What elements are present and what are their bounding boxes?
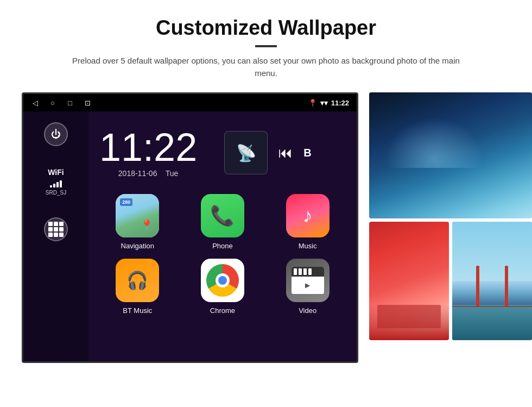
video-app-icon: ▶ xyxy=(286,259,330,302)
skip-prev-icon[interactable]: ⏮ xyxy=(278,145,293,161)
grid-dot xyxy=(48,233,53,237)
wifi-bar-2 xyxy=(53,184,55,187)
app-item-phone[interactable]: 📞 Phone xyxy=(185,194,261,250)
sky-bg xyxy=(452,222,532,281)
wifi-ssid: SRD_SJ xyxy=(46,190,66,196)
app-item-music[interactable]: ♪ Music xyxy=(269,194,346,250)
status-bar-right: 📍 ▾▾ 11:22 xyxy=(308,99,349,107)
preview-bottom-row xyxy=(369,222,532,340)
clock-date: 2018-11-06 Tue xyxy=(99,169,197,178)
grid-icon xyxy=(48,222,64,237)
content-area: ◁ ○ □ ⊡ 📍 ▾▾ 11:22 ⏻ xyxy=(22,92,510,363)
wifi-label: WiFi xyxy=(46,168,66,177)
clap-stripe xyxy=(308,268,312,275)
chrome-icon xyxy=(206,264,239,297)
grid-dot xyxy=(48,222,53,226)
clock-time: 11:22 xyxy=(99,128,197,167)
video-film-icon: ▶ xyxy=(305,281,310,289)
wallpaper-previews xyxy=(369,92,532,340)
btmusic-app-icon: 🎧 xyxy=(116,259,159,302)
wallpaper-preview-red[interactable] xyxy=(369,222,449,340)
page-wrapper: Customized Wallpaper Preload over 5 defa… xyxy=(0,0,532,374)
main-area: 11:22 2018-11-06 Tue 📡 ⏮ xyxy=(88,111,357,361)
bridge-wallpaper-bg xyxy=(452,222,532,340)
media-icon-box: 📡 xyxy=(224,131,268,174)
android-screen: ◁ ○ □ ⊡ 📍 ▾▾ 11:22 ⏻ xyxy=(22,92,358,363)
app-item-chrome[interactable]: Chrome xyxy=(185,259,261,315)
status-time: 11:22 xyxy=(331,99,349,107)
grid-dot xyxy=(59,222,64,226)
grid-dot xyxy=(59,227,64,231)
title-divider xyxy=(255,45,277,47)
back-icon[interactable]: ◁ xyxy=(31,98,40,107)
page-subtitle: Preload over 5 default wallpaper options… xyxy=(62,55,470,79)
media-controls: 📡 ⏮ B xyxy=(224,131,311,174)
nav-map-bg: 280 📍 xyxy=(116,194,159,237)
wallpaper-preview-ice[interactable] xyxy=(369,92,532,218)
grid-dot xyxy=(54,227,58,231)
clock-block: 11:22 2018-11-06 Tue xyxy=(99,128,197,178)
phone-label: Phone xyxy=(212,242,233,250)
wifi-widget[interactable]: WiFi SRD_SJ xyxy=(46,168,66,196)
apps-button[interactable] xyxy=(44,217,68,241)
app-item-video[interactable]: ▶ Video xyxy=(269,259,346,315)
music-icon: ♪ xyxy=(303,204,313,227)
wifi-signal-icon: ▾▾ xyxy=(320,99,328,107)
video-clap-bottom: ▶ xyxy=(292,277,324,294)
ice-glow xyxy=(385,117,483,168)
recents-icon[interactable]: □ xyxy=(66,98,74,107)
phone-icon: 📞 xyxy=(210,204,235,227)
navigation-label: Navigation xyxy=(121,242,154,250)
screenshot-icon[interactable]: ⊡ xyxy=(83,98,92,107)
clock-day-value: Tue xyxy=(166,169,179,178)
bluetooth-icon: B xyxy=(303,147,311,159)
navigation-app-icon: 280 📍 xyxy=(116,194,159,237)
wifi-cast-icon: 📡 xyxy=(236,143,256,162)
music-label: Music xyxy=(299,242,317,250)
app-item-navigation[interactable]: 280 📍 Navigation xyxy=(99,194,176,250)
wifi-bar-1 xyxy=(50,185,52,187)
grid-dot xyxy=(54,233,58,237)
status-bar-left: ◁ ○ □ ⊡ xyxy=(31,98,92,107)
bridge-tower-left xyxy=(476,266,479,307)
app-grid: 280 📍 Navigation 📞 Phone xyxy=(88,189,357,325)
grid-dot xyxy=(54,222,58,226)
power-icon: ⏻ xyxy=(51,129,61,140)
nav-pin-icon: 📍 xyxy=(140,219,154,232)
clap-stripe xyxy=(303,268,307,275)
screen-content: ⏻ WiFi SRD_SJ xyxy=(23,111,357,361)
nav-badge: 280 xyxy=(120,198,132,206)
wifi-bar-3 xyxy=(56,182,59,187)
clap-stripe xyxy=(294,268,297,275)
video-label: Video xyxy=(299,306,316,315)
water-bg xyxy=(452,305,532,340)
btmusic-label: BT Music xyxy=(123,306,152,315)
home-icon[interactable]: ○ xyxy=(48,98,57,107)
building-silhouette xyxy=(377,305,441,329)
bluetooth-music-icon: 🎧 xyxy=(126,270,148,291)
ice-wallpaper-bg xyxy=(369,92,532,218)
clap-stripe xyxy=(299,268,302,275)
chrome-label: Chrome xyxy=(210,306,235,315)
power-button[interactable]: ⏻ xyxy=(44,122,68,146)
page-title: Customized Wallpaper xyxy=(22,16,510,40)
phone-app-icon: 📞 xyxy=(201,194,244,237)
video-clap-top xyxy=(292,267,324,277)
wallpaper-preview-bridge[interactable] xyxy=(452,222,532,340)
clock-date-value: 2018-11-06 xyxy=(118,169,157,178)
bridge-tower-right xyxy=(505,266,508,307)
app-item-btmusic[interactable]: 🎧 BT Music xyxy=(99,259,176,315)
clock-date-row: 11:22 2018-11-06 Tue 📡 ⏮ xyxy=(88,111,357,189)
red-wallpaper-bg xyxy=(369,222,449,340)
location-icon: 📍 xyxy=(308,99,317,107)
sidebar: ⏻ WiFi SRD_SJ xyxy=(23,111,88,361)
grid-dot xyxy=(59,233,64,237)
wifi-bars xyxy=(46,179,66,187)
grid-dot xyxy=(48,227,53,231)
chrome-app-icon xyxy=(201,259,244,302)
chrome-inner-circle xyxy=(216,273,230,287)
wifi-bar-4 xyxy=(60,180,62,187)
status-bar: ◁ ○ □ ⊡ 📍 ▾▾ 11:22 xyxy=(23,94,357,111)
video-clapperboard-icon: ▶ xyxy=(292,267,324,294)
header-section: Customized Wallpaper Preload over 5 defa… xyxy=(22,16,510,79)
